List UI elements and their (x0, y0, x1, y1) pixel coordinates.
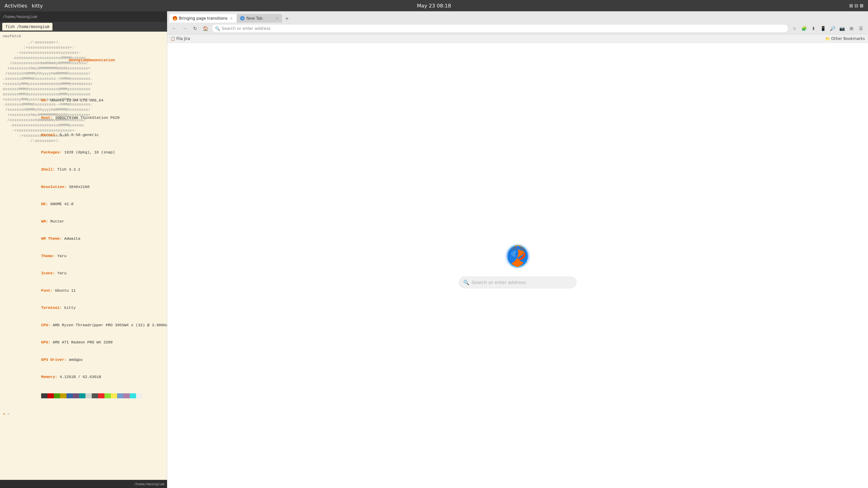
menu-button[interactable]: ☰ (857, 24, 865, 33)
neofetch-prompt: neofetch (3, 33, 164, 39)
new-tab-button[interactable]: + (283, 14, 291, 23)
zoom-button[interactable]: 🔎 (828, 24, 837, 33)
address-bar[interactable]: 🔍 Search or enter address (212, 24, 788, 33)
color-block (73, 393, 79, 398)
terminal-titlebar: /home/moongium (0, 11, 167, 22)
color-block (136, 393, 143, 398)
extensions-icon: 🧩 (801, 26, 807, 31)
color-block (66, 393, 73, 398)
container-button[interactable]: ⊞ (847, 24, 856, 33)
color-block (104, 393, 111, 398)
color-block (98, 393, 104, 398)
home-icon: 🏠 (203, 26, 209, 31)
browser-tabs: 🔥 Bringing page transitions × + New Tab … (167, 11, 868, 23)
color-block (111, 393, 117, 398)
bookmark-fila-jira[interactable]: 📋 Fila Jira (170, 36, 190, 41)
back-icon: ← (173, 26, 176, 31)
color-block (48, 393, 54, 398)
back-button[interactable]: ← (170, 24, 179, 33)
neofetch-userhost: moongium@moonstation (41, 52, 167, 69)
new-tab-search-placeholder: Search or enter address (471, 280, 526, 285)
container-icon: ⊞ (850, 26, 854, 31)
info-host: Host: 30B5CT01WW ThinkStation P620 (41, 115, 167, 121)
neofetch-separator: ------------------- (41, 80, 167, 86)
info-shell: Shell: fish 3.3.1 (41, 167, 167, 173)
neofetch-info: moongium@moonstation -------------------… (41, 40, 167, 410)
reload-icon: ↻ (193, 26, 197, 31)
browser-content: 🔍 Search or enter address (167, 43, 868, 488)
color-blocks (41, 393, 167, 398)
color-block (92, 393, 98, 398)
screenshot-icon: 📷 (839, 26, 845, 31)
info-de: DE: GNOME 42.0 (41, 201, 167, 207)
info-terminal: Terminal: kitty (41, 305, 167, 311)
info-kernel: Kernel: 5.15.0-58-generic (41, 132, 167, 138)
tab-new-tab[interactable]: + New Tab × (237, 14, 282, 23)
forward-button[interactable]: → (180, 24, 189, 33)
browser-toolbar: ← → ↻ 🏠 🔍 Search or enter address ☆ (167, 23, 868, 34)
neofetch-art: ./:oossssoo+/. `:+ssssssssssssssssss+:` … (3, 40, 37, 410)
forward-icon: → (183, 26, 187, 31)
home-button[interactable]: 🏠 (201, 24, 210, 33)
bookmark-fila-jira-icon: 📋 (170, 36, 175, 41)
info-os: OS: Ubuntu 22.04 LTS x86_64 (41, 98, 167, 103)
terminal-footer: /home/moongium (0, 480, 167, 488)
shell-prompt-neofetch: neofetch (3, 34, 21, 38)
system-bar-left: Activities kitty (4, 3, 43, 8)
reload-button[interactable]: ↻ (191, 24, 199, 33)
terminal-panel: /home/moongium fish /home/moongium neofe… (0, 11, 167, 488)
info-wm: WM: Mutter (41, 219, 167, 225)
firefox-logo (504, 242, 531, 270)
info-packages: Packages: 1920 (dpkg), 18 (snap) (41, 150, 167, 156)
synced-tabs-button[interactable]: 📱 (819, 24, 827, 33)
new-tab-search-bar[interactable]: 🔍 Search or enter address (459, 276, 577, 288)
extensions-button[interactable]: 🧩 (800, 24, 808, 33)
shell-prompt-current: ➜ ~ (3, 412, 164, 417)
color-block (130, 393, 136, 398)
terminal-content[interactable]: neofetch ./:oossssoo+/. `:+sssssssssssss… (0, 32, 167, 480)
color-block (79, 393, 86, 398)
app-name-label: kitty (32, 3, 43, 8)
tab-bringing-page-transitions[interactable]: 🔥 Bringing page transitions × (169, 14, 237, 23)
screenshot-button[interactable]: 📷 (838, 24, 846, 33)
terminal-footer-right: /home/moongium (134, 482, 164, 486)
address-search-icon: 🔍 (215, 26, 220, 31)
new-tab-search-icon: 🔍 (463, 280, 469, 285)
downloads-icon: ⬇ (812, 26, 815, 31)
main-area: /home/moongium fish /home/moongium neofe… (0, 11, 868, 488)
terminal-tab-fish[interactable]: fish /home/moongium (2, 23, 53, 31)
color-block (41, 393, 48, 398)
neofetch-output: ./:oossssoo+/. `:+ssssssssssssssssss+:` … (3, 40, 164, 410)
info-gpu: GPU: AMD ATI Radeon PRO WX 3200 (41, 339, 167, 346)
info-resolution: Resolution: 3840x2160 (41, 184, 167, 190)
synced-tabs-icon: 📱 (820, 26, 826, 31)
tab-close-bringing[interactable]: × (229, 16, 233, 20)
color-block (54, 393, 60, 398)
other-bookmarks-icon: 📁 (825, 36, 830, 41)
info-wm-theme: WM Theme: Adwaita (41, 236, 167, 242)
other-bookmarks[interactable]: 📁 Other Bookmarks (825, 36, 865, 41)
color-block (123, 393, 130, 398)
tab-close-new[interactable]: × (275, 16, 279, 20)
menu-icon: ☰ (859, 26, 863, 31)
info-font: Font: Ubuntu 11 (41, 288, 167, 294)
browser-panel: 🔥 Bringing page transitions × + New Tab … (167, 11, 868, 488)
zoom-icon: 🔎 (830, 26, 835, 31)
system-bar-datetime: May 23 08:18 (417, 3, 451, 8)
bookmark-star-icon: ☆ (793, 26, 797, 31)
info-icons: Icons: Yaru (41, 270, 167, 276)
tab-title-bringing: Bringing page transitions (179, 16, 227, 21)
color-block (117, 393, 123, 398)
system-tray-icons: ⊞ ⊟ ⊠ (849, 3, 864, 8)
terminal-tab-bar: fish /home/moongium (0, 22, 167, 32)
color-block (60, 393, 66, 398)
toolbar-right: ☆ 🧩 ⬇ 📱 🔎 📷 ⊞ (790, 24, 865, 33)
activities-button[interactable]: Activities (4, 3, 27, 8)
tab-favicon-bringing: 🔥 (173, 16, 177, 21)
other-bookmarks-label: Other Bookmarks (831, 36, 865, 41)
info-theme: Theme: Yaru (41, 253, 167, 259)
tab-title-new: New Tab (246, 16, 273, 21)
bookmark-star-button[interactable]: ☆ (790, 24, 799, 33)
tab-favicon-new: + (240, 16, 245, 21)
downloads-button[interactable]: ⬇ (809, 24, 818, 33)
